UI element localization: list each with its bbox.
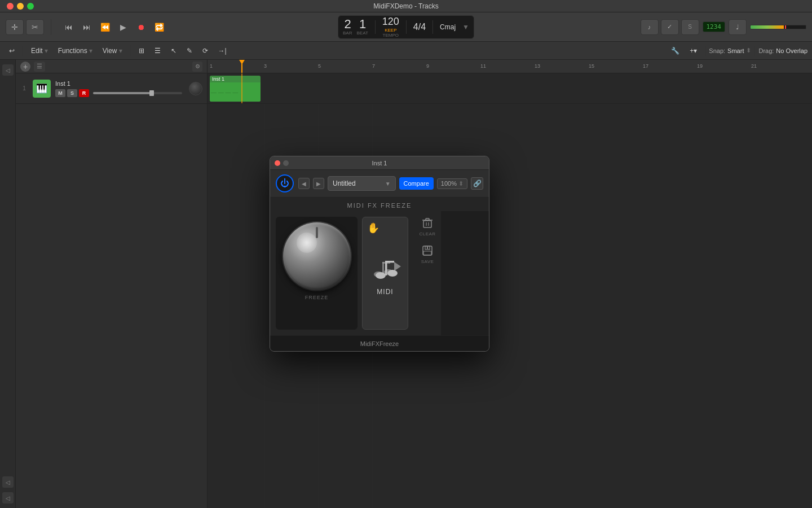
- freeze-area: FREEZE: [276, 217, 358, 330]
- save-action[interactable]: SAVE: [416, 241, 439, 266]
- track-row: 1 🎹 Inst 1 M S R: [16, 73, 207, 104]
- fast-forward-button[interactable]: ⏭: [78, 20, 95, 34]
- menu-item-edit[interactable]: Edit ▾: [27, 45, 52, 57]
- tool-cursor[interactable]: ✛: [6, 19, 24, 35]
- track-controls: M S R: [55, 89, 184, 97]
- cycle-button[interactable]: 🔁: [151, 20, 167, 34]
- preset-select[interactable]: Untitled ▼: [328, 176, 396, 191]
- compare-label: Compare: [404, 180, 429, 187]
- left-panel-toggle-1[interactable]: ◁: [2, 64, 14, 76]
- menu-item-view[interactable]: View ▾: [98, 45, 127, 57]
- skip-back-button[interactable]: ⏪: [96, 20, 113, 34]
- ruler-mark-19: 19: [697, 63, 703, 69]
- preset-next-button[interactable]: ▶: [313, 178, 324, 189]
- snap-value[interactable]: Smart: [727, 47, 744, 54]
- menu-btn-add[interactable]: +▾: [685, 45, 701, 57]
- svg-rect-17: [423, 251, 431, 255]
- header-label: MIDI FX FREEZE: [347, 202, 412, 209]
- left-panel: ◁ ◁ ◁: [0, 60, 16, 508]
- menu-item-undo[interactable]: ↩: [5, 45, 19, 57]
- ruler-mark-15: 15: [589, 63, 594, 69]
- level-fill: [751, 25, 784, 29]
- track-list-btn[interactable]: ☰: [34, 62, 45, 72]
- left-panel-toggle-3[interactable]: ◁: [2, 492, 14, 503]
- metronome-button[interactable]: ♩: [729, 19, 747, 35]
- clear-action[interactable]: CLEAR: [416, 213, 439, 239]
- mute-button[interactable]: M: [55, 89, 65, 97]
- record-arm-button[interactable]: R: [79, 89, 89, 97]
- menu-btn-pencil[interactable]: ✎: [182, 45, 197, 57]
- snap-label: Snap:: [709, 47, 725, 54]
- time-signature[interactable]: 4/4: [413, 22, 426, 32]
- menu-sep-2: [130, 46, 131, 56]
- track-type-icon: 🎹: [36, 83, 47, 94]
- track-region-1[interactable]: Inst 1 — — — —: [210, 76, 261, 102]
- menu-btn-cursor[interactable]: ↖: [166, 45, 181, 57]
- add-track-button[interactable]: +: [20, 62, 30, 72]
- left-panel-toggle-2[interactable]: ◁: [2, 476, 14, 488]
- ruler-mark-21: 21: [751, 63, 757, 69]
- functions-label: Functions: [58, 47, 87, 55]
- ruler-mark-7: 7: [372, 63, 375, 69]
- record-button[interactable]: ⏺: [133, 20, 149, 34]
- playhead-arrow: [239, 60, 245, 64]
- plugin-close-button[interactable]: [275, 160, 280, 166]
- tuner-button[interactable]: ♪: [641, 19, 659, 35]
- preset-arrow-icon: ▼: [385, 181, 391, 187]
- region-header: Inst 1: [210, 76, 261, 82]
- drag-value[interactable]: No Overlap: [776, 47, 807, 54]
- menu-btn-grid[interactable]: ⊞: [134, 45, 149, 57]
- save-label: SAVE: [421, 259, 434, 264]
- maximize-button[interactable]: [27, 3, 34, 10]
- preset-prev-button[interactable]: ◀: [298, 178, 310, 189]
- arrange-area: 1 3 5 7 9 11 13 15 17 19 21: [208, 60, 812, 508]
- view-label: View: [103, 47, 117, 55]
- menu-btn-list[interactable]: ☰: [150, 45, 165, 57]
- plugin-min-button[interactable]: [283, 160, 289, 166]
- snap-arrows[interactable]: ⬍: [746, 47, 751, 54]
- volume-slider[interactable]: [93, 92, 182, 94]
- plugin-content: FREEZE ✋: [270, 211, 414, 335]
- link-button[interactable]: 🔗: [471, 177, 483, 190]
- clear-label: CLEAR: [419, 231, 435, 237]
- tempo-display[interactable]: 120 KEEP TEMPO: [382, 16, 399, 38]
- freeze-knob[interactable]: [283, 222, 351, 290]
- menu-btn-loop[interactable]: ⟳: [198, 45, 213, 57]
- menu-bar: ↩ Edit ▾ Functions ▾ View ▾ ⊞ ☰ ↖ ✎ ⟳ →|…: [0, 42, 812, 60]
- tempo-sublabel: TEMPO: [382, 33, 399, 38]
- beat-label: BEAT: [356, 30, 368, 36]
- plugin-content-area: FREEZE ✋: [270, 211, 489, 335]
- ruler-mark-3: 3: [264, 63, 267, 69]
- preset-row: ◀ ▶ Untitled ▼ Compare 100% ⬍: [298, 176, 483, 191]
- bar-label: BAR: [343, 30, 352, 36]
- title-bar: MidiFXDemo - Tracks: [0, 0, 812, 12]
- main-area: ◁ ◁ ◁ + ☰ ⚙ 1 🎹 Inst 1 M: [0, 60, 812, 508]
- menu-item-functions[interactable]: Functions ▾: [54, 45, 97, 57]
- playhead: [241, 60, 242, 73]
- pan-knob[interactable]: [189, 82, 202, 95]
- close-button[interactable]: [7, 3, 14, 10]
- smpte-button[interactable]: S: [681, 19, 699, 35]
- floppy-icon: [421, 244, 434, 257]
- tool-scissors[interactable]: ✂: [26, 19, 44, 35]
- solo-button[interactable]: S: [67, 89, 77, 97]
- key-expand-icon[interactable]: ▼: [462, 23, 469, 31]
- toolbar-right: ♪ ✓ S 1234 ♩: [641, 19, 807, 35]
- knob-reflection: [297, 233, 317, 253]
- track-info: Inst 1 M S R: [55, 80, 184, 97]
- midi-slot[interactable]: ✋: [362, 217, 408, 330]
- track-settings-btn[interactable]: ⚙: [192, 62, 202, 72]
- plugin-header: ⏻ ◀ ▶ Untitled ▼ Compare: [270, 170, 489, 198]
- menu-btn-midi-in[interactable]: →|: [214, 45, 231, 57]
- power-button[interactable]: ⏻: [276, 174, 294, 192]
- menu-btn-tools[interactable]: 🔧: [667, 45, 684, 57]
- region-body: — — — —: [210, 82, 261, 102]
- view-arrow: ▾: [119, 47, 122, 55]
- rewind-button[interactable]: ⏮: [60, 20, 77, 34]
- preset-name: Untitled: [333, 179, 356, 187]
- check-button[interactable]: ✓: [661, 19, 679, 35]
- compare-button[interactable]: Compare: [399, 177, 434, 190]
- play-button[interactable]: ▶: [114, 20, 131, 34]
- minimize-button[interactable]: [17, 3, 24, 10]
- key-signature[interactable]: Cmaj: [440, 23, 456, 31]
